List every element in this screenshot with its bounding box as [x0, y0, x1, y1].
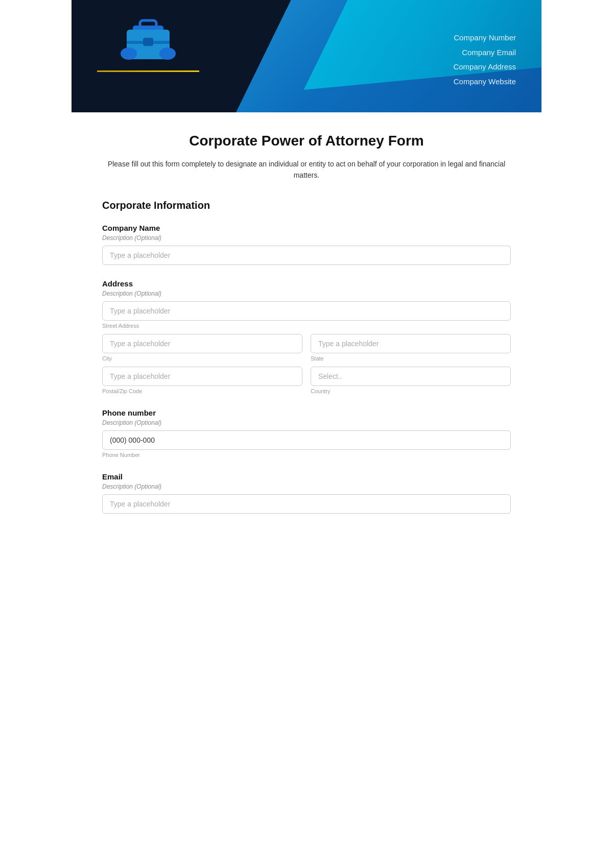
form-container: Corporate Power of Attorney Form Please … [72, 112, 541, 548]
email-input[interactable] [102, 494, 511, 514]
city-state-row: City State [102, 334, 511, 361]
company-website-label: Company Website [453, 75, 516, 89]
address-field-group: Address Description (Optional) Street Ad… [102, 279, 511, 394]
phone-label: Phone number [102, 408, 511, 417]
street-address-sublabel: Street Address [102, 323, 511, 329]
email-label: Email [102, 472, 511, 481]
country-field: Select.. Country [311, 367, 511, 394]
company-email-label: Company Email [453, 45, 516, 60]
email-description: Description (Optional) [102, 483, 511, 490]
header-company-info: Company Number Company Email Company Add… [453, 31, 516, 89]
form-description: Please fill out this form completely to … [102, 158, 511, 181]
country-select[interactable]: Select.. [311, 367, 511, 386]
svg-rect-1 [140, 20, 156, 28]
form-title: Corporate Power of Attorney Form [102, 133, 511, 149]
company-name-field-group: Company Name Description (Optional) [102, 224, 511, 265]
address-label: Address [102, 279, 511, 288]
country-sublabel: Country [311, 388, 511, 394]
state-field: State [311, 334, 511, 361]
header-logo [97, 15, 199, 72]
gold-line [97, 70, 199, 72]
state-sublabel: State [311, 355, 511, 361]
address-description: Description (Optional) [102, 290, 511, 297]
postal-input[interactable] [102, 367, 302, 386]
street-address-input[interactable] [102, 301, 511, 321]
phone-field-group: Phone number Description (Optional) Phon… [102, 408, 511, 458]
company-name-label: Company Name [102, 224, 511, 232]
company-address-label: Company Address [453, 60, 516, 75]
email-field-group: Email Description (Optional) [102, 472, 511, 514]
svg-point-6 [159, 47, 176, 60]
state-input[interactable] [311, 334, 511, 353]
briefcase-icon [117, 15, 179, 66]
city-sublabel: City [102, 355, 302, 361]
postal-country-row: Postal/Zip Code Select.. Country [102, 367, 511, 394]
company-name-input[interactable] [102, 246, 511, 265]
city-input[interactable] [102, 334, 302, 353]
phone-input[interactable] [102, 430, 511, 450]
svg-rect-4 [143, 38, 153, 46]
header: Company Number Company Email Company Add… [72, 0, 541, 112]
city-field: City [102, 334, 302, 361]
company-number-label: Company Number [453, 31, 516, 45]
phone-description: Description (Optional) [102, 419, 511, 426]
company-name-description: Description (Optional) [102, 234, 511, 242]
postal-field: Postal/Zip Code [102, 367, 302, 394]
section-title: Corporate Information [102, 200, 511, 211]
postal-sublabel: Postal/Zip Code [102, 388, 302, 394]
svg-point-5 [121, 47, 137, 60]
phone-sublabel: Phone Number [102, 452, 511, 458]
